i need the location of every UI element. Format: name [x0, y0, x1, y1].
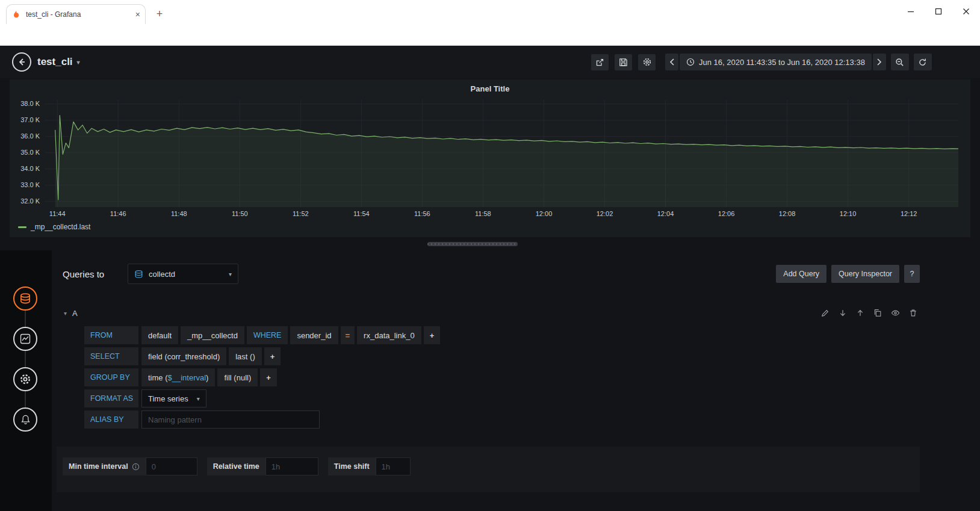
tab-alert[interactable] — [13, 407, 37, 432]
window-close-button[interactable] — [952, 0, 980, 23]
svg-text:12:10: 12:10 — [840, 210, 857, 217]
datasource-name: collectd — [149, 270, 175, 279]
format-as-select[interactable]: Time series ▾ — [141, 389, 206, 407]
tab-visualization[interactable] — [13, 327, 37, 351]
dashboard-title-dropdown[interactable]: test_cli ▾ — [37, 46, 80, 78]
delete-query-icon[interactable] — [909, 309, 917, 317]
chevron-down-icon: ▾ — [229, 271, 232, 277]
time-shift-input[interactable] — [376, 457, 411, 475]
alias-by-keyword: ALIAS BY — [84, 410, 138, 429]
svg-text:34.0 K: 34.0 K — [20, 165, 40, 172]
zoom-out-button[interactable] — [891, 54, 909, 70]
query-row-actions — [821, 309, 920, 317]
query-options-card: Min time interval Relative time Time shi… — [57, 447, 920, 492]
window-controls — [897, 0, 980, 23]
move-query-up-icon[interactable] — [856, 309, 864, 317]
time-shift-label: Time shift — [328, 457, 376, 475]
from-row: FROM default _mp__collectd WHERE sender_… — [84, 326, 442, 344]
settings-button[interactable] — [638, 54, 656, 70]
svg-text:32.0 K: 32.0 K — [20, 197, 40, 205]
info-icon — [132, 463, 140, 471]
query-inspector-button[interactable]: Query Inspector — [831, 265, 899, 283]
alias-by-input[interactable] — [141, 410, 320, 429]
bell-icon — [20, 414, 31, 426]
chart-legend[interactable]: _mp__collectd.last — [18, 223, 90, 231]
where-value-segment[interactable]: rx_data_link_0 — [357, 326, 421, 344]
window-minimize-button[interactable] — [897, 0, 925, 23]
add-query-button[interactable]: Add Query — [776, 265, 826, 283]
panel-title[interactable]: Panel Title — [10, 84, 970, 93]
browser-toolbar: localhost:3000/d/JCm6q0kMz/test_cli?from… — [0, 24, 980, 46]
svg-text:12:12: 12:12 — [901, 210, 917, 217]
svg-text:11:48: 11:48 — [171, 210, 187, 217]
from-keyword: FROM — [84, 326, 138, 344]
tab-title: test_cli - Grafana — [26, 10, 131, 19]
grafana-app: test_cli ▾ — [0, 46, 980, 511]
svg-text:11:52: 11:52 — [293, 210, 309, 217]
svg-text:37.0 K: 37.0 K — [20, 116, 40, 123]
browser-tab[interactable]: test_cli - Grafana × — [6, 4, 146, 24]
queries-to-label: Queries to — [63, 264, 104, 284]
panel-resize-handle[interactable] — [427, 242, 518, 246]
where-keyword: WHERE — [247, 326, 288, 344]
select-aggregate-segment[interactable]: last () — [229, 347, 262, 365]
group-by-time-segment[interactable]: time ($__interval) — [141, 368, 215, 386]
group-by-fill-segment[interactable]: fill (null) — [217, 368, 258, 386]
group-by-keyword: GROUP BY — [84, 368, 138, 386]
time-range-back-button[interactable] — [665, 54, 678, 70]
add-condition-button[interactable]: + — [424, 326, 441, 344]
svg-text:11:54: 11:54 — [353, 210, 370, 217]
toggle-query-visibility-icon[interactable] — [891, 309, 900, 317]
edit-query-icon[interactable] — [821, 309, 830, 317]
legend-series-label[interactable]: _mp__collectd.last — [31, 223, 90, 231]
refresh-button[interactable] — [914, 54, 932, 70]
tab-general[interactable] — [13, 367, 37, 391]
time-range-picker[interactable]: Jun 16, 2020 11:43:35 to Jun 16, 2020 12… — [680, 54, 872, 70]
select-keyword: SELECT — [84, 347, 138, 365]
group-by-time-prefix: time ( — [148, 373, 168, 382]
window-maximize-button[interactable] — [925, 0, 952, 23]
query-row-header: ▾ A — [57, 303, 920, 323]
min-time-interval-input[interactable] — [146, 457, 197, 475]
relative-time-input[interactable] — [265, 457, 318, 475]
from-policy-segment[interactable]: default — [141, 326, 178, 344]
time-range-forward-button[interactable] — [873, 54, 886, 70]
duplicate-query-icon[interactable] — [873, 309, 882, 317]
svg-text:33.0 K: 33.0 K — [20, 181, 40, 188]
back-to-dashboard-button[interactable] — [12, 52, 31, 72]
legend-series-swatch — [18, 226, 26, 228]
time-range-label: Jun 16, 2020 11:43:35 to Jun 16, 2020 12… — [699, 58, 865, 67]
datasource-picker[interactable]: collectd ▾ — [128, 264, 238, 284]
min-time-interval-label: Min time interval — [63, 457, 146, 475]
svg-text:11:44: 11:44 — [49, 210, 66, 217]
add-group-by-button[interactable]: + — [260, 368, 277, 386]
query-header-buttons: Add Query Query Inspector ? — [776, 265, 920, 283]
share-button[interactable] — [591, 54, 609, 70]
format-as-keyword: FORMAT AS — [84, 389, 138, 407]
new-tab-button[interactable]: + — [152, 6, 167, 22]
tab-close-icon[interactable]: × — [135, 10, 140, 19]
navbar-actions: Jun 16, 2020 11:43:35 to Jun 16, 2020 12… — [591, 54, 932, 70]
svg-text:38.0 K: 38.0 K — [20, 100, 40, 107]
svg-text:35.0 K: 35.0 K — [20, 149, 40, 156]
save-button[interactable] — [615, 54, 632, 70]
grafana-favicon — [11, 10, 21, 19]
select-row: SELECT field (corr_threshold) last () + — [84, 347, 442, 365]
select-field-segment[interactable]: field (corr_threshold) — [141, 347, 226, 365]
tab-queries[interactable] — [13, 286, 37, 311]
alias-by-row: ALIAS BY — [84, 410, 442, 429]
help-button[interactable]: ? — [904, 265, 920, 283]
format-as-row: FORMAT AS Time series ▾ — [84, 389, 442, 407]
format-as-value: Time series — [148, 394, 188, 403]
move-query-down-icon[interactable] — [839, 309, 847, 317]
influx-query-rows: FROM default _mp__collectd WHERE sender_… — [84, 326, 442, 432]
add-select-part-button[interactable]: + — [264, 347, 281, 365]
group-by-time-suffix: ) — [206, 373, 208, 382]
relative-time-text: Relative time — [213, 462, 259, 471]
svg-text:12:04: 12:04 — [657, 210, 674, 217]
where-key-segment[interactable]: sender_id — [290, 326, 338, 344]
query-collapse-toggle[interactable]: ▾ A — [57, 309, 78, 318]
timeseries-chart[interactable]: 11:4411:4611:4811:5011:5211:5411:5611:58… — [13, 96, 967, 220]
where-operator-segment[interactable]: = — [341, 326, 355, 344]
from-measurement-segment[interactable]: _mp__collectd — [181, 326, 244, 344]
